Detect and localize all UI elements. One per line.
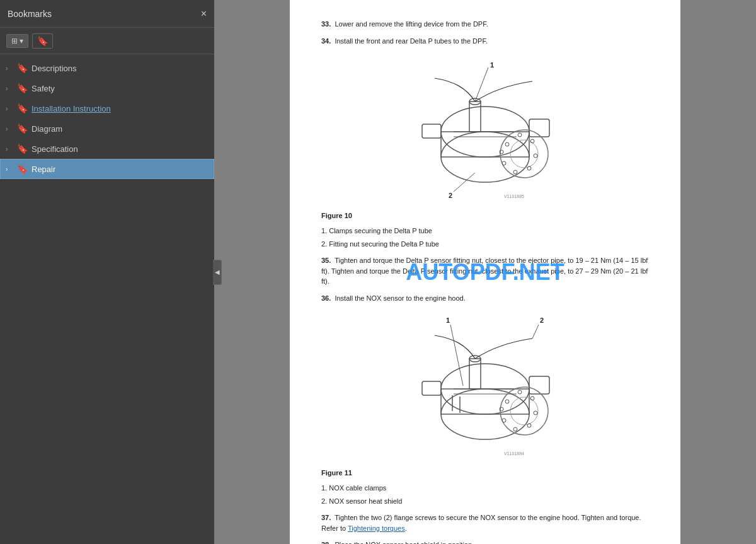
line-36: 36. Install the NOX sensor to the engine… <box>321 293 649 304</box>
svg-line-35 <box>532 325 539 339</box>
figure-11-label: Figure 11 <box>321 468 649 478</box>
svg-point-16 <box>518 133 522 137</box>
expand-arrow-descriptions: › <box>6 65 13 72</box>
svg-point-40 <box>518 390 522 394</box>
svg-text:V1101884: V1101884 <box>504 451 524 456</box>
line-34: 34. Install the front and rear Delta P t… <box>321 36 649 47</box>
sidebar-item-label-specification: Specification <box>32 144 78 154</box>
bookmark-icon-specification: 🔖 <box>17 144 28 154</box>
line-35: 35. Tighten and torque the Delta P senso… <box>321 255 649 287</box>
sidebar-item-label-installation: Installation Instruction <box>32 104 111 113</box>
collapse-arrow: ◀ <box>215 269 220 275</box>
bookmark-icon-button[interactable]: 🔖 <box>32 33 53 49</box>
sidebar-item-label-safety: Safety <box>32 84 55 93</box>
bookmark-icon-descriptions: 🔖 <box>17 63 28 73</box>
sidebar-item-installation-instruction[interactable]: › 🔖 Installation Instruction <box>0 98 214 119</box>
svg-text:2: 2 <box>540 316 544 324</box>
svg-rect-1 <box>441 132 529 157</box>
svg-line-11 <box>454 173 475 192</box>
sidebar-item-diagram[interactable]: › 🔖 Diagram <box>0 119 214 139</box>
figure-11-callout-2: 2. NOX sensor heat shield <box>321 496 649 507</box>
bookmark-list: › 🔖 Descriptions › 🔖 Safety › 🔖 Installa… <box>0 54 214 544</box>
line-38: 38. Place the NOX sensor heat shield in … <box>321 540 649 544</box>
svg-rect-28 <box>529 376 549 394</box>
figure-11-callout-1: 1. NOX cable clamps <box>321 483 649 494</box>
svg-point-15 <box>505 142 509 146</box>
svg-text:1: 1 <box>490 61 494 69</box>
sidebar: Bookmarks × ⊞ ▾ 🔖 › 🔖 Descriptions › 🔖 S… <box>0 0 214 544</box>
svg-text:2: 2 <box>449 192 452 199</box>
svg-rect-27 <box>422 381 441 395</box>
main-content: 33. Lower and remove the lifting device … <box>214 0 756 544</box>
figure-10-container: 1 2 V1101885 <box>321 56 649 204</box>
expand-arrow-specification: › <box>6 146 13 153</box>
svg-point-20 <box>513 170 517 174</box>
figure-10-callout-2: 2. Fitting nut securing the Delta P tube <box>321 239 649 250</box>
svg-rect-3 <box>422 124 441 138</box>
svg-point-18 <box>534 154 537 158</box>
sidebar-item-specification[interactable]: › 🔖 Specification <box>0 139 214 159</box>
figure-11-container: 1 2 V1101884 <box>321 313 649 461</box>
expand-all-button[interactable]: ⊞ ▾ <box>6 34 28 48</box>
sidebar-item-label-repair: Repair <box>32 165 55 174</box>
expand-arrow-repair: › <box>6 166 13 173</box>
svg-point-42 <box>534 411 537 415</box>
tightening-torques-link[interactable]: Tightening torques <box>348 524 405 532</box>
figure-10-svg: 1 2 V1101885 <box>416 56 554 201</box>
line-33: 33. Lower and remove the lifting device … <box>321 19 649 30</box>
expand-arrow-diagram: › <box>6 125 13 132</box>
bookmark-icon-installation: 🔖 <box>17 103 28 113</box>
figure-10-callout-1: 1. Clamps securing the Delta P tube <box>321 226 649 236</box>
svg-line-33 <box>450 325 463 386</box>
sidebar-item-safety[interactable]: › 🔖 Safety <box>0 78 214 98</box>
sidebar-item-descriptions[interactable]: › 🔖 Descriptions <box>0 58 214 78</box>
svg-rect-4 <box>529 119 549 137</box>
expand-icon: ⊞ <box>11 37 18 45</box>
svg-point-44 <box>513 427 517 431</box>
svg-rect-29 <box>469 359 481 389</box>
svg-text:1: 1 <box>446 316 450 324</box>
sidebar-header: Bookmarks × <box>0 0 214 28</box>
bookmark-icon: 🔖 <box>37 36 48 46</box>
bookmark-icon-diagram: 🔖 <box>17 124 28 134</box>
bookmark-icon-repair: 🔖 <box>17 164 28 174</box>
line-37: 37. Tighten the two (2) flange screws to… <box>321 512 649 533</box>
sidebar-item-repair[interactable]: › 🔖 Repair <box>0 159 214 179</box>
sidebar-item-label-descriptions: Descriptions <box>32 64 77 73</box>
bookmark-icon-safety: 🔖 <box>17 83 28 93</box>
toolbar: ⊞ ▾ 🔖 <box>0 28 214 54</box>
svg-line-9 <box>475 67 488 101</box>
sidebar-item-label-diagram: Diagram <box>32 124 62 134</box>
sidebar-title: Bookmarks <box>8 9 52 19</box>
expand-arrow-installation: › <box>6 105 13 112</box>
expand-arrow-safety: › <box>6 85 13 92</box>
close-button[interactable]: × <box>201 9 207 19</box>
dropdown-arrow: ▾ <box>20 37 23 45</box>
figure-11-svg: 1 2 V1101884 <box>416 313 554 458</box>
doc-page: 33. Lower and remove the lifting device … <box>290 0 680 544</box>
figure-10-label: Figure 10 <box>321 211 649 221</box>
svg-rect-25 <box>441 389 529 414</box>
svg-point-39 <box>505 400 509 403</box>
svg-text:V1101885: V1101885 <box>504 194 524 199</box>
collapse-handle[interactable]: ◀ <box>213 260 222 285</box>
svg-rect-5 <box>469 101 481 132</box>
